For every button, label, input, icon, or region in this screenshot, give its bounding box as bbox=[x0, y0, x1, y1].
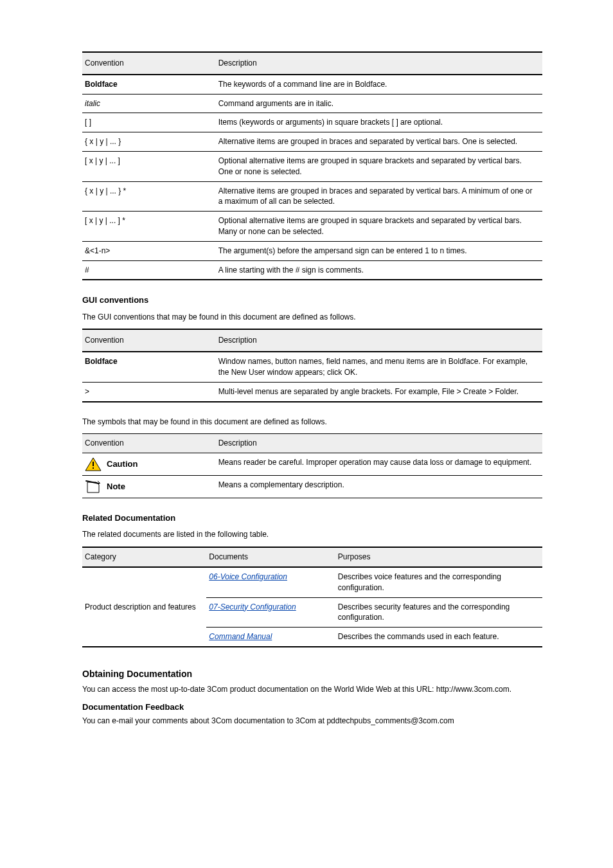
description-cell: Alternative items are grouped in braces … bbox=[216, 181, 542, 212]
conventions-table: Convention Description BoldfaceThe keywo… bbox=[82, 51, 542, 280]
doc-link[interactable]: 06-Voice Configuration bbox=[209, 572, 287, 581]
table-row: Product description and features 06-Voic… bbox=[82, 567, 542, 597]
table-row: #A line starting with the # sign is comm… bbox=[82, 260, 542, 280]
description-cell: A line starting with the # sign is comme… bbox=[216, 260, 542, 280]
caution-desc: Means reader be careful. Improper operat… bbox=[216, 453, 542, 476]
description-cell: Optional alternative items are grouped i… bbox=[216, 151, 542, 181]
convention-cell: italic bbox=[82, 94, 216, 113]
gui-conventions-lead: The GUI conventions that may be found in… bbox=[82, 312, 542, 323]
description-cell: Optional alternative items are grouped i… bbox=[216, 212, 542, 242]
doc-feedback-heading: Documentation Feedback bbox=[82, 701, 542, 713]
convention-cell: > bbox=[82, 382, 216, 401]
symbols-table: Convention Description Caution Means rea… bbox=[82, 433, 542, 498]
obtain-doc-heading: Obtaining Documentation bbox=[82, 668, 542, 681]
convention-cell: [ ] bbox=[82, 113, 216, 132]
gui-conventions-table: Convention Description BoldfaceWindow na… bbox=[82, 329, 542, 402]
convention-cell: &<1-n> bbox=[82, 241, 216, 260]
convention-cell: { x | y | ... } bbox=[82, 132, 216, 152]
doc-feedback-text: You can e-mail your comments about 3Com … bbox=[82, 716, 542, 727]
col-description: Description bbox=[216, 329, 542, 352]
doc-link[interactable]: Command Manual bbox=[209, 632, 272, 641]
related-doc-table: Category Documents Purposes Product desc… bbox=[82, 547, 542, 647]
table-row: BoldfaceWindow names, button names, fiel… bbox=[82, 352, 542, 382]
related-doc-lead: The related documents are listed in the … bbox=[82, 529, 542, 540]
description-cell: The argument(s) before the ampersand sig… bbox=[216, 241, 542, 260]
col-category: Category bbox=[82, 547, 206, 567]
description-cell: Command arguments are in italic. bbox=[216, 94, 542, 113]
description-cell: Multi-level menus are separated by angle… bbox=[216, 382, 542, 401]
purpose-cell: Describes the commands used in each feat… bbox=[335, 628, 542, 647]
obtain-doc-lead: You can access the most up-to-date 3Com … bbox=[82, 684, 542, 695]
description-cell: Items (keywords or arguments) in square … bbox=[216, 113, 542, 132]
symbols-lead: The symbols that may be found in this do… bbox=[82, 417, 542, 428]
table-row: Note Means a complementary description. bbox=[82, 476, 542, 498]
table-row: BoldfaceThe keywords of a command line a… bbox=[82, 75, 542, 94]
description-cell: Window names, button names, field names,… bbox=[216, 352, 542, 382]
col-description: Description bbox=[216, 52, 542, 75]
convention-cell: Boldface bbox=[82, 75, 216, 94]
table-row: { x | y | ... } *Alternative items are g… bbox=[82, 181, 542, 212]
description-cell: The keywords of a command line are in Bo… bbox=[216, 75, 542, 94]
col-documents: Documents bbox=[206, 547, 335, 567]
table-row: Caution Means reader be careful. Imprope… bbox=[82, 453, 542, 476]
convention-cell: [ x | y | ... ] * bbox=[82, 212, 216, 242]
table-row: [ x | y | ... ]Optional alternative item… bbox=[82, 151, 542, 181]
svg-rect-2 bbox=[93, 467, 94, 469]
table-row: [ ]Items (keywords or arguments) in squa… bbox=[82, 113, 542, 132]
doc-link[interactable]: 07-Security Configuration bbox=[209, 602, 296, 611]
note-label: Note bbox=[107, 481, 125, 493]
convention-cell: Boldface bbox=[82, 352, 216, 382]
note-desc: Means a complementary description. bbox=[216, 476, 542, 498]
table-row: >Multi-level menus are separated by angl… bbox=[82, 382, 542, 401]
caution-icon bbox=[85, 457, 102, 471]
table-row: { x | y | ... }Alternative items are gro… bbox=[82, 132, 542, 152]
category-cell: Product description and features bbox=[82, 567, 206, 647]
col-description: Description bbox=[216, 434, 542, 453]
caution-label: Caution bbox=[107, 458, 138, 470]
table-row: &<1-n>The argument(s) before the ampersa… bbox=[82, 241, 542, 260]
convention-cell: # bbox=[82, 260, 216, 280]
convention-cell: { x | y | ... } * bbox=[82, 181, 216, 212]
note-icon bbox=[85, 480, 102, 494]
col-convention: Convention bbox=[82, 434, 216, 453]
purpose-cell: Describes security features and the corr… bbox=[335, 597, 542, 628]
col-purposes: Purposes bbox=[335, 547, 542, 567]
purpose-cell: Describes voice features and the corresp… bbox=[335, 567, 542, 597]
gui-conventions-heading: GUI conventions bbox=[82, 294, 542, 306]
table-row: italicCommand arguments are in italic. bbox=[82, 94, 542, 113]
svg-rect-1 bbox=[93, 462, 94, 466]
convention-cell: [ x | y | ... ] bbox=[82, 151, 216, 181]
related-doc-heading: Related Documentation bbox=[82, 512, 542, 524]
col-convention: Convention bbox=[82, 52, 216, 75]
col-convention: Convention bbox=[82, 329, 216, 352]
description-cell: Alternative items are grouped in braces … bbox=[216, 132, 542, 152]
table-row: [ x | y | ... ] *Optional alternative it… bbox=[82, 212, 542, 242]
